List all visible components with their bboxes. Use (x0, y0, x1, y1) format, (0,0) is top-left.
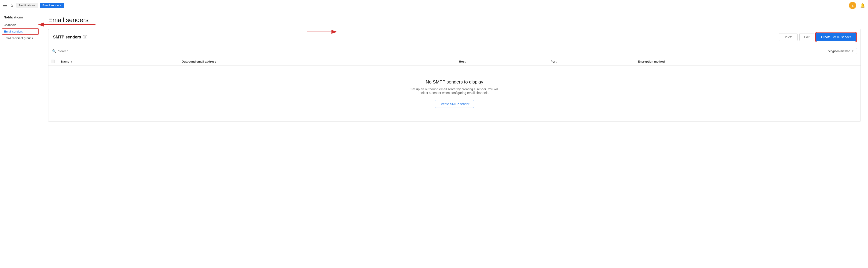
empty-state-description: Set up an outbound email server by creat… (409, 87, 500, 95)
main-layout: Notifications Channels Email senders Ema… (0, 11, 868, 268)
empty-state-title: No SMTP senders to display (53, 80, 856, 85)
empty-state: No SMTP senders to display Set up an out… (49, 66, 861, 121)
delete-button[interactable]: Delete (779, 33, 797, 41)
edit-button[interactable]: Edit (799, 33, 814, 41)
bell-icon[interactable]: 🔔 (860, 3, 865, 8)
search-input[interactable] (58, 49, 820, 53)
col-encryption-method: Encryption method (634, 57, 861, 66)
create-smtp-sender-button[interactable]: Create SMTP sender (816, 33, 856, 41)
col-encryption-method-label: Encryption method (638, 60, 664, 63)
topnav: ⌂ Notifications Email senders a 🔔 (0, 0, 868, 11)
col-port: Port (547, 57, 634, 66)
breadcrumb-notifications[interactable]: Notifications (17, 3, 38, 8)
sidebar-item-channels[interactable]: Channels (0, 22, 41, 28)
breadcrumb-email-senders[interactable]: Email senders (40, 3, 64, 8)
topnav-right: a 🔔 (849, 2, 865, 9)
search-input-wrap: 🔍 (52, 49, 820, 53)
card-actions: Delete Edit Create SMTP sender (779, 33, 856, 41)
sidebar-title: Notifications (0, 16, 41, 22)
checkbox-header (49, 57, 58, 66)
content: Email senders SMTP senders (0) Delete Ed… (41, 11, 868, 268)
filter-label: Encryption method (826, 49, 850, 53)
col-outbound-email-label: Outbound email address (182, 60, 216, 63)
sidebar: Notifications Channels Email senders Ema… (0, 11, 41, 268)
col-port-label: Port (551, 60, 557, 63)
sidebar-item-email-senders[interactable]: Email senders (2, 28, 39, 35)
smtp-table: Name ↑ Outbound email address Host Port (49, 57, 861, 121)
empty-state-row: No SMTP senders to display Set up an out… (49, 66, 861, 122)
select-all-checkbox[interactable] (51, 60, 55, 63)
card-header: SMTP senders (0) Delete Edit Create SMTP… (49, 29, 861, 45)
smtp-count: (0) (83, 35, 88, 39)
col-name[interactable]: Name ↑ (58, 57, 178, 66)
col-host-label: Host (459, 60, 466, 63)
sort-icon: ↑ (71, 61, 72, 63)
col-host: Host (455, 57, 547, 66)
sidebar-item-email-recipient-groups[interactable]: Email recipient groups (0, 35, 41, 41)
home-icon[interactable]: ⌂ (9, 3, 14, 8)
col-name-label: Name (61, 60, 69, 63)
chevron-down-icon: ▼ (851, 50, 854, 52)
search-icon: 🔍 (52, 49, 56, 53)
table-header-row: Name ↑ Outbound email address Host Port (49, 57, 861, 66)
table-wrap: Name ↑ Outbound email address Host Port (49, 57, 861, 121)
avatar[interactable]: a (849, 2, 856, 9)
smtp-card: SMTP senders (0) Delete Edit Create SMTP… (48, 29, 861, 122)
hamburger-icon[interactable] (3, 3, 7, 8)
create-smtp-sender-empty-button[interactable]: Create SMTP sender (435, 100, 474, 108)
page-title: Email senders (48, 17, 861, 24)
col-outbound-email: Outbound email address (178, 57, 455, 66)
smtp-section-title: SMTP senders (53, 35, 81, 39)
encryption-method-filter[interactable]: Encryption method ▼ (823, 48, 857, 54)
search-bar-row: 🔍 Encryption method ▼ (49, 45, 861, 57)
